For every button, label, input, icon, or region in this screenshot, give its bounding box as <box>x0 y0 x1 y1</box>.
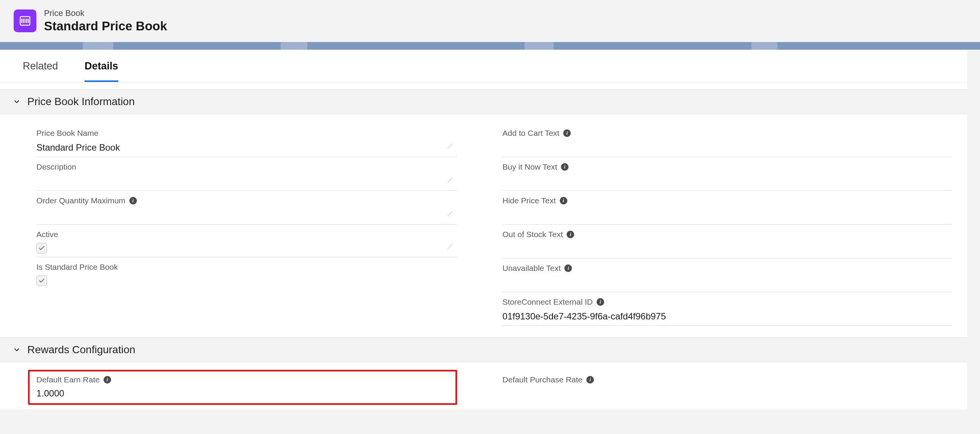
info-icon[interactable]: i <box>560 197 567 204</box>
edit-icon[interactable] <box>446 176 454 185</box>
field-label: Order Quantity Maximum i <box>37 196 457 205</box>
section-info-title: Price Book Information <box>27 96 135 108</box>
field-label: Unavailable Text i <box>503 264 952 273</box>
field-default-purchase-rate[interactable]: Default Purchase Rate i <box>503 370 952 403</box>
label-text: Hide Price Text <box>503 196 556 205</box>
checkbox-checked <box>37 275 47 286</box>
field-label: Is Standard Price Book <box>37 263 457 271</box>
field-value <box>503 142 952 154</box>
label-text: Default Earn Rate <box>37 375 100 384</box>
field-value <box>503 244 952 255</box>
label-text: Add to Cart Text <box>503 129 559 138</box>
section-rewards-right: Default Purchase Rate i <box>503 370 952 405</box>
label-text: Unavailable Text <box>503 264 561 273</box>
field-default-earn-rate[interactable]: Default Earn Rate i 1.0000 <box>37 375 410 399</box>
section-rewards-body: Default Earn Rate i 1.0000 Default Purch… <box>0 362 967 409</box>
field-hide-price-text[interactable]: Hide Price Text i <box>503 191 952 225</box>
section-rewards-title: Rewards Configuration <box>27 344 135 356</box>
section-info-left: Price Book Name Standard Price Book Desc… <box>37 123 457 326</box>
field-add-to-cart-text[interactable]: Add to Cart Text i <box>503 123 952 157</box>
info-icon[interactable]: i <box>129 197 137 204</box>
label-text: StoreConnect External ID <box>503 297 593 306</box>
object-label: Price Book <box>44 8 167 18</box>
record-title: Standard Price Book <box>44 19 167 34</box>
field-label: Add to Cart Text i <box>503 129 952 138</box>
field-value: 01f9130e-5de7-4235-9f6a-cafd4f96b975 <box>503 311 952 322</box>
field-label: Default Purchase Rate i <box>503 375 952 384</box>
field-label: Out of Stock Text i <box>503 230 952 239</box>
record-titles: Price Book Standard Price Book <box>44 8 167 34</box>
field-value <box>37 176 457 187</box>
info-icon[interactable]: i <box>586 376 594 383</box>
info-icon[interactable]: i <box>564 265 572 272</box>
field-order-qty-max[interactable]: Order Quantity Maximum i <box>37 191 457 225</box>
field-label: Hide Price Text i <box>503 196 952 205</box>
field-value <box>503 389 952 400</box>
label-text: Out of Stock Text <box>503 230 563 239</box>
highlight-default-earn-rate: Default Earn Rate i 1.0000 <box>28 370 457 405</box>
field-external-id[interactable]: StoreConnect External ID i 01f9130e-5de7… <box>503 292 952 326</box>
label-text: Buy it Now Text <box>503 163 557 171</box>
field-label: Price Book Name <box>37 129 457 138</box>
header-decor-band <box>0 42 980 50</box>
pricebook-icon <box>14 10 37 32</box>
pricebook-glyph <box>19 14 32 27</box>
section-rewards-left: Default Earn Rate i 1.0000 <box>37 370 457 405</box>
section-rewards-header[interactable]: Rewards Configuration <box>0 337 967 362</box>
chevron-down-icon <box>13 98 21 105</box>
field-out-of-stock-text[interactable]: Out of Stock Text i <box>503 225 952 258</box>
section-info: Price Book Information Price Book Name S… <box>0 89 967 330</box>
field-value <box>503 210 952 221</box>
edit-icon[interactable] <box>446 243 454 252</box>
tab-related[interactable]: Related <box>23 50 58 82</box>
info-icon[interactable]: i <box>566 231 574 238</box>
field-value <box>503 277 952 289</box>
record-card: Related Details Price Book Information P… <box>0 50 967 409</box>
info-icon[interactable]: i <box>561 163 568 171</box>
field-value: 1.0000 <box>37 388 410 399</box>
tab-details[interactable]: Details <box>84 50 118 82</box>
section-info-right: Add to Cart Text i Buy it Now Text i Hid… <box>503 123 952 326</box>
field-value <box>37 210 457 221</box>
field-label: StoreConnect External ID i <box>503 297 952 306</box>
field-pricebook-name[interactable]: Price Book Name Standard Price Book <box>37 123 457 157</box>
info-icon[interactable]: i <box>103 376 111 383</box>
field-label: Buy it Now Text i <box>503 163 952 171</box>
record-header: Price Book Standard Price Book <box>0 0 980 42</box>
section-rewards: Rewards Configuration Default Earn Rate … <box>0 337 967 409</box>
field-label: Description <box>37 163 457 171</box>
section-info-body: Price Book Name Standard Price Book Desc… <box>0 114 967 330</box>
info-icon[interactable]: i <box>597 298 604 306</box>
field-value: Standard Price Book <box>37 142 457 154</box>
field-label: Default Earn Rate i <box>37 375 410 384</box>
field-buy-now-text[interactable]: Buy it Now Text i <box>503 157 952 191</box>
label-text: Default Purchase Rate <box>503 375 582 384</box>
field-unavailable-text[interactable]: Unavailable Text i <box>503 258 952 292</box>
tabs: Related Details <box>0 50 967 82</box>
field-description[interactable]: Description <box>37 157 457 191</box>
edit-icon[interactable] <box>446 142 454 152</box>
edit-icon[interactable] <box>446 210 454 219</box>
section-info-header[interactable]: Price Book Information <box>0 89 967 114</box>
field-value <box>503 176 952 187</box>
label-text: Order Quantity Maximum <box>37 196 126 205</box>
info-icon[interactable]: i <box>563 129 571 137</box>
field-is-standard: Is Standard Price Book <box>37 257 457 290</box>
field-active[interactable]: Active <box>37 225 457 257</box>
checkbox-checked <box>37 243 47 254</box>
field-label: Active <box>37 230 457 239</box>
chevron-down-icon <box>13 346 21 354</box>
